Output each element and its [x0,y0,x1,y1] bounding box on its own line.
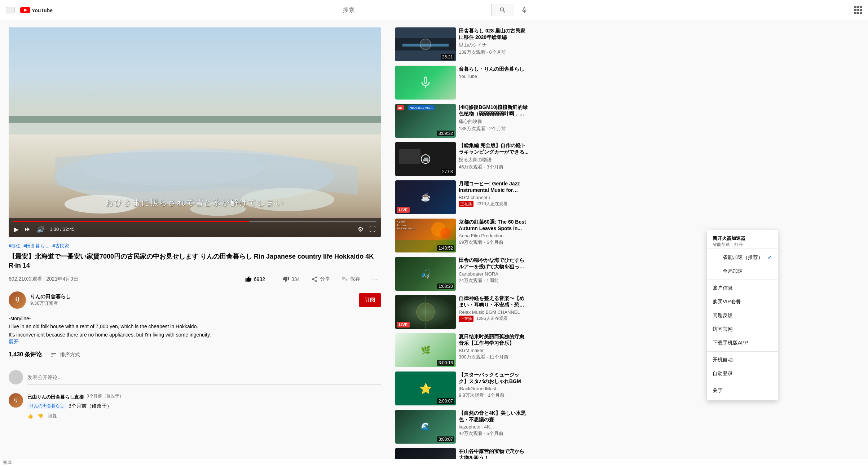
like-button[interactable]: 6932 [242,274,268,285]
progress-bar[interactable] [13,221,376,222]
sidebar-meta-3: 188万次观看 · 2个月前 [459,126,529,132]
volume-button[interactable]: 🔊 [36,225,45,234]
channel-name[interactable]: りんの田舎暮らし [30,294,355,300]
play-pause-button[interactable]: ▶ [13,225,19,234]
apps-button[interactable] [854,6,862,14]
tag-1[interactable]: #移住 [9,243,21,249]
menu-button[interactable] [6,7,14,13]
check-icon-recommend: ✓ [767,254,772,261]
sidebar-thumb-9: 🌿 3:00:16 [395,333,456,367]
sidebar-video-10[interactable]: ⭐ 2:09:07 【スターバックミュージック】スタバのおしゃれBGM [Bac… [395,372,529,405]
menu-item-autostart[interactable]: 开机自动 [707,353,778,367]
sidebar-video-11[interactable]: 🌊 3:00:07 【自然の音と4K】美しい水黒色・不思議の森 kazephot… [395,410,529,444]
reply-tag[interactable]: りんの田舎暮らし [27,403,66,409]
sidebar-info-4: 【総集編 完全版】自作の軽トラキャンピングカーができる... 投る太家の物語 4… [459,142,529,176]
sidebar-info-2: 台暮らし・りんの田舎暮らし YouTube [459,66,529,100]
sidebar-thumb-2 [395,66,456,100]
menu-item-app[interactable]: 下载手机版APP [707,336,778,350]
comment-like[interactable]: 👍 [27,413,33,419]
website-label: 访问官网 [713,326,733,333]
sidebar-meta-4: 46万次观看 · 3个月前 [459,164,529,170]
svg-rect-5 [9,116,381,123]
video-meta-row: 602,210次观看 · 2021年4月9日 6932 334 分享 保存 [9,273,381,286]
sidebar-video-5[interactable]: ☕ LIVE 月曜コーヒー: Gentle Jazz Instrumental … [395,180,529,214]
menu-subtitle: 省能加速：打开 [713,242,772,248]
sidebar-meta-10: 9.8万次观看 · 1个月前 [459,392,529,399]
channel-avatar[interactable]: り [9,291,26,309]
sidebar-meta-6: 69万次观看 · 6个月前 [459,239,529,246]
sidebar-channel-11: kazephoto · 4K... [459,424,529,430]
menu-item-feedback[interactable]: 问题反馈 [707,309,778,322]
comment-dislike[interactable]: 👎 [38,413,43,419]
settings-button[interactable]: ⚙ [357,225,364,234]
sidebar-video-1[interactable]: 26:21 田舎暮らし 028 里山の古民家に移住 2020年総集編 里山のシイ… [395,27,529,61]
menu-item-website[interactable]: 访问官网 [707,322,778,336]
menu-item-autologin[interactable]: 自动登录 [707,367,778,381]
menu-item-vip[interactable]: 购买VIP套餐 [707,295,778,309]
menu-item-about[interactable]: 关于 [707,384,778,397]
comment-reply[interactable]: 回复 [48,413,57,419]
youtube-logo[interactable]: YouTube [20,6,53,14]
sidebar: 26:21 田舎暮らし 028 里山の古民家に移住 2020年総集編 里山のシイ… [389,20,534,466]
svg-text:YouTube: YouTube [32,8,53,13]
app-label: 下载手机版APP [713,340,748,346]
subscribe-button[interactable]: 订阅 [359,293,381,307]
comment-body: 已由りんの田舎暮らし直接 3个月前（修改于） りんの田舎暮らし 3个月前（修改于… [27,393,381,419]
save-button[interactable]: 保存 [339,274,363,285]
next-button[interactable]: ⏭ [24,225,32,234]
comment-text: 3个月前（修改于） [69,402,112,410]
expand-button[interactable]: 展开 [9,339,19,344]
menu-divider-1 [707,280,778,280]
live-badge-5: 正在播 [459,201,473,207]
viewer-count-5: 2319人正在观看 [476,201,508,207]
video-title: 【最安】北海道で一番安い家賃7000円の古民家の中お見せします りんの田舎暮らし… [9,252,381,270]
comment-item: り 已由りんの田舎暮らし直接 3个月前（修改于） りんの田舎暮らし 3个月前（修… [9,393,381,419]
sidebar-channel-6: Anna Film Production [459,233,529,238]
menu-item-global[interactable]: 全局加速 [707,264,778,278]
video-subtitle: おひさまに照らされて雪と氷が解けてしまい [9,197,381,208]
svg-point-22 [440,228,451,238]
video-controls[interactable]: ▶ ⏭ 🔊 1:30 / 32:45 ⚙ ⛶ [9,218,381,237]
sidebar-video-4[interactable]: 🚐 27:03 【総集編 完全版】自作の軽トラキャンピングカーができる... 投… [395,142,529,176]
fullscreen-button[interactable]: ⛶ [369,225,376,234]
autologin-label: 自动登录 [713,370,733,377]
duration-3: 3:09:32 [437,131,454,136]
sidebar-video-3[interactable]: 4K HEALING VID... 3:09:32 [4K]修復BGM10|植植… [395,104,529,138]
sidebar-video-8[interactable]: LIVE 自律神経を整える音楽〜【めまい・耳鳴り・不安感・恐怖・... Rela… [395,295,529,329]
sidebar-channel-9: BGM maker [459,348,529,353]
tag-2[interactable]: #田舎暮らし [23,243,49,249]
sidebar-info-1: 田舎暮らし 028 里山の古民家に移住 2020年総集編 里山のシイナ 139万… [459,27,529,61]
commenter-avatar: り [9,393,23,408]
comment-time: 3个月前（修改于） [87,393,124,399]
sidebar-meta-11: 42万次观看 · 5个月前 [459,430,529,437]
sidebar-video-6[interactable]: KyotoAutumn60 Selections 1:48:52 京都の紅葉60… [395,219,529,252]
more-actions-button[interactable]: ··· [369,273,381,286]
sidebar-thumb-10: ⭐ 2:09:07 [395,372,456,405]
sort-label: 排序方式 [60,352,80,358]
sidebar-title-10: 【スターバックミュージック】スタバのおしゃれBGM [459,372,529,384]
svg-rect-16 [399,149,420,164]
search-button[interactable] [491,4,514,16]
comment-input[interactable] [27,370,381,384]
sort-button[interactable]: 排序方式 [50,352,80,358]
share-button[interactable]: 分享 [308,274,333,285]
view-count: 602,210次观看 · 2021年4月9日 [9,276,78,282]
menu-item-account[interactable]: 账户信息 [707,281,778,295]
comments-count: 1,430 条评论 [9,351,42,359]
dislike-button[interactable]: 334 [280,274,303,285]
sidebar-video-2[interactable]: 台暮らし・りんの田舎暮らし YouTube [395,66,529,100]
sidebar-thumb-11: 🌊 3:00:07 [395,410,456,444]
video-player[interactable]: おひさまに照らされて雪と氷が解けてしまい ▶ ⏭ 🔊 1:30 / 32:45 … [9,27,381,237]
search-input[interactable] [337,4,491,16]
menu-item-recommend[interactable]: 省能加速（推荐） ✓ [707,250,778,264]
sidebar-video-7[interactable]: 🎣 1:08:20 田舎の穏やかな海でひたすらルアーを投げて大物を狙ったよ！ C… [395,257,529,291]
sidebar-video-9[interactable]: 🌿 3:00:16 夏日结束时美丽而孤独的疗愈音乐【工作与学习音乐】 BGM m… [395,333,529,367]
comments-section: 1,430 条评论 排序方式 り 已由りんの田舎暮らし直接 3个月前（修改于） [9,351,381,419]
dislike-count: 334 [291,276,300,282]
header: YouTube [0,0,868,20]
tag-3[interactable]: #古民家 [52,243,69,249]
content-area: おひさまに照らされて雪と氷が解けてしまい ▶ ⏭ 🔊 1:30 / 32:45 … [0,20,389,466]
user-avatar [9,370,23,384]
mic-button[interactable] [517,3,532,17]
sidebar-thumb-8: LIVE [395,295,456,329]
